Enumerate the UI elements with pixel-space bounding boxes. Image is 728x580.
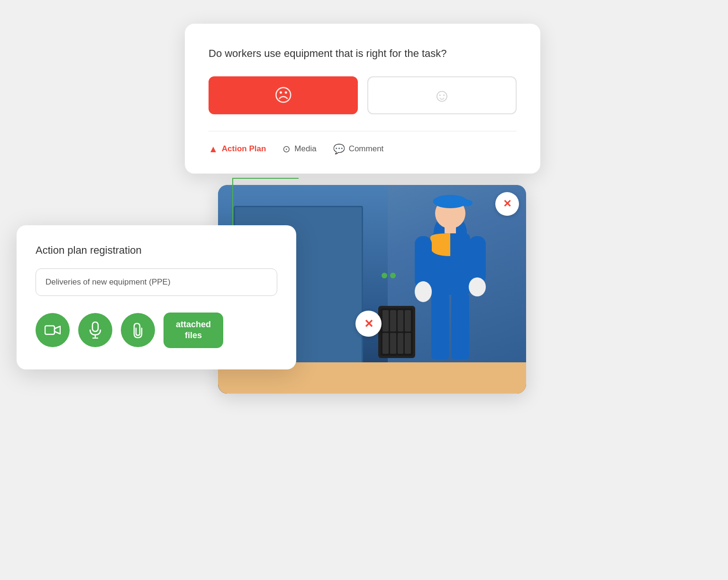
action-buttons-row: attached files: [36, 313, 277, 348]
connector-horizontal: [232, 178, 299, 179]
action-plan-input[interactable]: [36, 268, 277, 296]
answer-buttons: ☹ ☺: [209, 76, 517, 114]
survey-card: Do workers use equipment that is right f…: [185, 24, 540, 174]
warning-icon: ▲: [209, 144, 218, 155]
close-image-button-mid[interactable]: ✕: [355, 311, 382, 337]
divider: [209, 131, 517, 131]
svg-point-9: [415, 281, 432, 302]
close-x-icon-top: ✕: [503, 198, 511, 210]
svg-rect-11: [431, 293, 449, 359]
camera-icon: ⊙: [282, 143, 291, 155]
positive-answer-button[interactable]: ☺: [367, 76, 517, 114]
attached-files-label: attached files: [176, 320, 211, 340]
svg-point-4: [461, 200, 473, 206]
attached-files-button[interactable]: attached files: [164, 313, 223, 348]
negative-answer-button[interactable]: ☹: [209, 76, 358, 114]
close-image-button-top[interactable]: ✕: [495, 192, 519, 216]
svg-rect-8: [469, 236, 486, 284]
paperclip-icon: [131, 322, 145, 339]
worker-figure: [389, 190, 512, 384]
tab-media[interactable]: ⊙ Media: [282, 143, 316, 155]
tab-media-label: Media: [294, 144, 316, 154]
close-x-icon-mid: ✕: [364, 317, 373, 331]
tab-action-plan[interactable]: ▲ Action Plan: [209, 144, 266, 155]
survey-question: Do workers use equipment that is right f…: [209, 47, 517, 60]
svg-point-10: [469, 277, 486, 296]
tab-comment[interactable]: 💬 Comment: [333, 143, 384, 155]
svg-rect-12: [451, 293, 469, 359]
tab-action-plan-label: Action Plan: [222, 144, 266, 154]
audio-record-button[interactable]: [78, 313, 112, 347]
video-camera-icon: [45, 323, 61, 337]
action-plan-card: Action plan registration: [17, 225, 296, 369]
happy-face-icon: ☺: [433, 85, 451, 106]
microphone-icon: [89, 322, 102, 339]
svg-rect-13: [45, 326, 55, 334]
action-tabs: ▲ Action Plan ⊙ Media 💬 Comment: [209, 143, 517, 155]
comment-icon: 💬: [333, 143, 345, 155]
tab-comment-label: Comment: [349, 144, 384, 154]
attach-file-button[interactable]: [121, 313, 155, 347]
svg-rect-7: [415, 236, 432, 288]
video-record-button[interactable]: [36, 313, 70, 347]
sad-face-icon: ☹: [274, 85, 293, 106]
card-title: Action plan registration: [36, 244, 277, 257]
svg-rect-14: [92, 322, 98, 331]
